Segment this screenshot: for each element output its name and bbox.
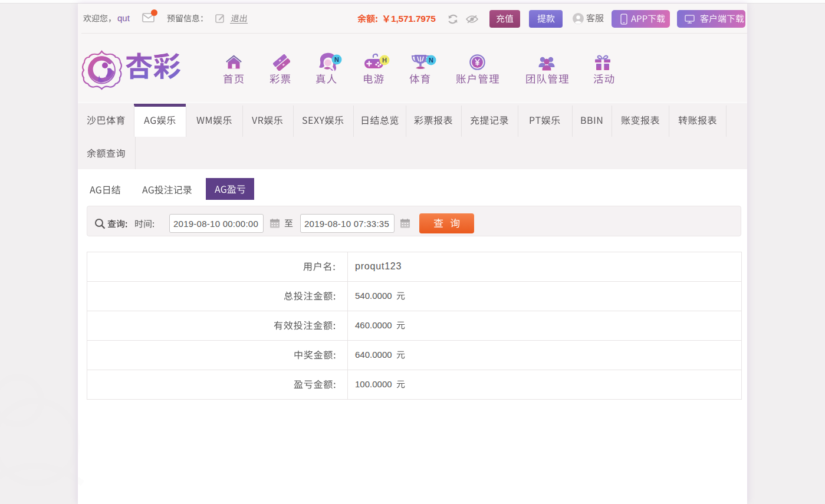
- svg-text:H: H: [382, 57, 387, 64]
- svg-text:N: N: [429, 57, 433, 64]
- svg-text:N: N: [334, 56, 339, 63]
